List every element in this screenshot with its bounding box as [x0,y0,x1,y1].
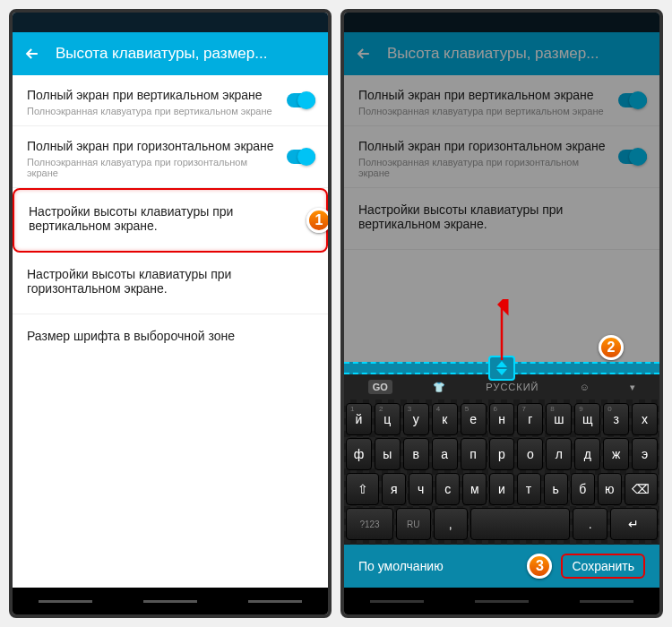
key-р[interactable]: р [489,438,515,470]
status-bar [13,13,328,32]
key-я[interactable]: я [382,473,406,505]
go-badge[interactable]: GO [368,380,392,394]
key-б[interactable]: б [571,473,595,505]
setting-fullscreen-horizontal[interactable]: Полный экран при горизонтальном экране П… [344,126,659,188]
key-ы[interactable]: ы [375,438,401,470]
key-х[interactable]: х [632,403,658,435]
toggle-switch[interactable] [618,93,647,107]
back-icon[interactable] [23,45,41,63]
header-title: Высота клавиатуры, размер... [387,45,649,63]
key-з[interactable]: з0 [603,403,629,435]
phone-left: Высота клавиатуры, размер... Полный экра… [9,9,332,618]
shift-key[interactable]: ⇧ [346,473,379,505]
key-э[interactable]: э [632,438,658,470]
nav-bar [344,588,659,614]
setting-fullscreen-vertical[interactable]: Полный экран при вертикальном экране Пол… [344,75,659,126]
keyboard-keys: й1ц2у3к4е5н6г7ш8щ9з0х фывапролджэ ⇧ ячсм… [344,399,659,545]
key-в[interactable]: в [403,438,429,470]
key-л[interactable]: л [546,438,572,470]
key-ч[interactable]: ч [409,473,433,505]
key-к[interactable]: к4 [432,403,458,435]
default-button[interactable]: По умолчанию [358,559,444,573]
enter-key[interactable]: ↵ [610,508,658,540]
keyboard-panel: 2 GO 👕 РУССКИЙ ☺ ▾ й1ц2у3к4е5н6г7ш8щ9з0х… [344,362,659,588]
callout-marker-3: 3 [527,554,552,579]
phone-right: Высота клавиатуры, размер... Полный экра… [340,9,663,618]
keyboard-actions: По умолчанию Сохранить 3 [344,545,659,588]
setting-height-horizontal[interactable]: Настройки высоты клавиатуры при горизонт… [13,253,328,314]
toggle-switch[interactable] [287,150,315,164]
key-н[interactable]: н6 [489,403,515,435]
lang-key[interactable]: RU [396,508,430,540]
callout-marker-2: 2 [599,335,624,360]
key-ц[interactable]: ц2 [375,403,401,435]
comma-key[interactable]: , [434,508,468,540]
app-header: Высота клавиатуры, размер... [344,32,659,75]
key-ю[interactable]: ю [598,473,622,505]
arrow-up-annotation [493,299,511,362]
space-key[interactable] [470,508,570,540]
key-у[interactable]: у3 [403,403,429,435]
save-button[interactable]: Сохранить 3 [561,554,645,579]
nav-bar [13,588,328,614]
status-bar [344,13,659,32]
toggle-switch[interactable] [287,93,315,107]
backspace-key[interactable]: ⌫ [625,473,658,505]
key-т[interactable]: т [517,473,541,505]
key-ф[interactable]: ф [346,438,372,470]
key-а[interactable]: а [432,438,458,470]
theme-icon[interactable]: 👕 [433,382,445,393]
toggle-switch[interactable] [618,150,647,164]
key-и[interactable]: и [489,473,513,505]
key-с[interactable]: с [435,473,460,505]
settings-list: Полный экран при вертикальном экране Пол… [13,75,328,356]
key-о[interactable]: о [517,438,543,470]
setting-fullscreen-vertical[interactable]: Полный экран при вертикальном экране Пол… [13,75,328,126]
symbols-key[interactable]: ?123 [346,508,393,540]
key-ж[interactable]: ж [603,438,629,470]
setting-height-vertical[interactable]: Настройки высоты клавиатуры при вертикал… [344,188,659,250]
key-й[interactable]: й1 [346,403,372,435]
setting-fullscreen-horizontal[interactable]: Полный экран при горизонтальном экране П… [13,126,328,188]
callout-marker-1: 1 [306,208,332,233]
key-ш[interactable]: ш8 [546,403,572,435]
language-label[interactable]: РУССКИЙ [486,382,538,392]
key-п[interactable]: п [461,438,487,470]
emoji-icon[interactable]: ☺ [580,382,590,392]
app-header: Высота клавиатуры, размер... [13,32,328,75]
setting-height-vertical[interactable]: Настройки высоты клавиатуры при вертикал… [13,188,328,253]
collapse-icon[interactable]: ▾ [630,382,635,393]
key-е[interactable]: е5 [461,403,487,435]
key-м[interactable]: м [462,473,487,505]
period-key[interactable]: . [573,508,607,540]
header-title: Высота клавиатуры, размер... [56,45,317,63]
key-ь[interactable]: ь [544,473,568,505]
setting-font-size[interactable]: Размер шрифта в выборочной зоне [13,314,328,356]
key-г[interactable]: г7 [517,403,543,435]
key-д[interactable]: д [574,438,600,470]
height-drag-bar[interactable] [344,362,659,374]
back-icon[interactable] [355,45,373,63]
key-щ[interactable]: щ9 [574,403,600,435]
settings-list: Полный экран при вертикальном экране Пол… [344,75,659,250]
